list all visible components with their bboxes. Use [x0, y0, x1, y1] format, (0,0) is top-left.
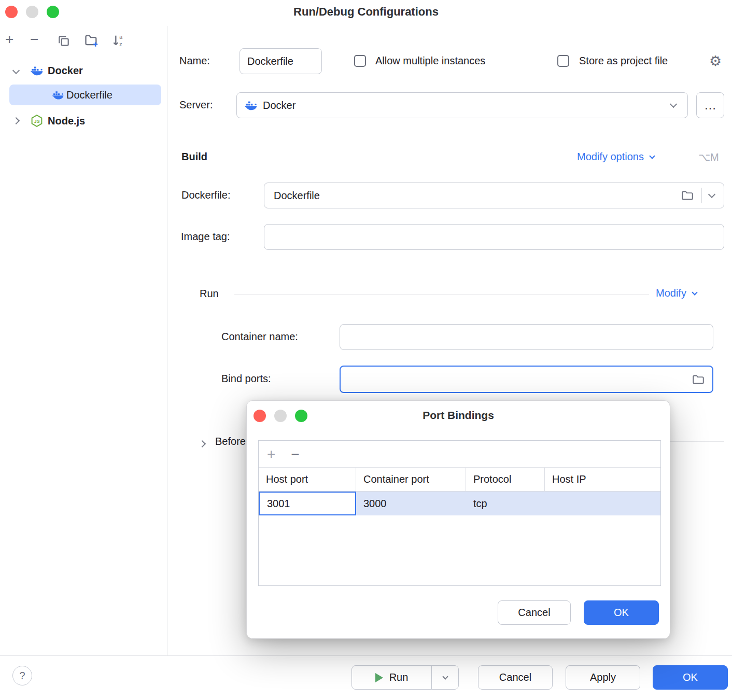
host-port-editor[interactable]: 3001 [259, 492, 356, 515]
modify-label: Modify [656, 287, 686, 299]
remove-port-button[interactable]: − [291, 447, 299, 461]
tree-item-label: Docker [48, 65, 83, 77]
name-input[interactable]: Dockerfile [240, 48, 322, 74]
svg-text:z: z [119, 41, 122, 47]
container-name-input[interactable] [340, 324, 713, 350]
modify-options-shortcut: ⌥M [698, 151, 719, 163]
docker-icon [52, 89, 64, 101]
allow-multiple-instances-checkbox[interactable] [354, 55, 366, 67]
modify-options-link[interactable]: Modify options [577, 151, 654, 163]
dialog-title: Port Bindings [247, 409, 670, 422]
container-port-cell[interactable]: 3000 [356, 492, 466, 515]
store-as-project-file-checkbox[interactable] [557, 55, 569, 67]
help-label: ? [19, 670, 25, 682]
new-folder-icon [84, 33, 98, 48]
remove-configuration-button[interactable]: − [30, 32, 38, 47]
allow-multiple-instances-label: Allow multiple instances [375, 55, 485, 67]
folder-icon[interactable] [681, 189, 694, 202]
container-name-label: Container name: [221, 331, 298, 343]
column-header-protocol: Protocol [466, 468, 545, 491]
run-debug-configurations-window: { "colors": { "accent": "#3574f0", "run_… [0, 0, 732, 700]
copy-icon [57, 34, 71, 48]
dockerfile-value: Dockerfile [272, 190, 681, 202]
copy-configuration-button[interactable] [57, 34, 71, 48]
tree-item-docker[interactable]: Docker [0, 60, 167, 81]
chevron-down-icon [649, 153, 655, 159]
bind-ports-input[interactable] [340, 366, 713, 393]
chevron-down-icon [692, 289, 697, 295]
dockerfile-input[interactable]: Dockerfile [264, 183, 724, 208]
footer-divider [0, 655, 732, 656]
modify-link[interactable]: Modify [656, 287, 697, 299]
table-row[interactable]: 3001 3000 tcp [259, 492, 660, 515]
chevron-down-icon[interactable] [708, 191, 715, 198]
server-select[interactable]: Docker [236, 92, 688, 118]
run-section-divider [234, 294, 649, 295]
server-value: Docker [263, 100, 671, 111]
tree-item-label: Dockerfile [66, 89, 112, 101]
sidebar-divider [167, 26, 167, 655]
chevron-right-icon[interactable] [200, 437, 205, 449]
protocol-cell[interactable]: tcp [466, 492, 545, 515]
sort-configurations-button[interactable]: a z [111, 33, 125, 48]
server-browse-button[interactable]: … [696, 92, 724, 118]
gear-icon[interactable]: ⚙ [709, 53, 722, 69]
table-toolbar: + − [259, 441, 660, 468]
svg-text:JS: JS [34, 119, 39, 124]
host-port-value: 3001 [267, 498, 290, 510]
chevron-down-icon [12, 67, 20, 74]
run-section-header: Run [200, 288, 219, 300]
host-ip-cell[interactable] [545, 492, 660, 515]
chevron-right-icon [12, 117, 20, 124]
port-bindings-dialog: Port Bindings + − Host port Container po… [246, 400, 670, 639]
image-tag-label: Image tag: [181, 231, 230, 243]
run-split-button[interactable]: Run [351, 665, 459, 690]
bind-ports-label: Bind ports: [221, 373, 271, 385]
nodejs-icon: JS [30, 114, 44, 128]
dockerfile-label: Dockerfile: [181, 189, 230, 201]
server-label: Server: [179, 99, 213, 111]
tree-item-nodejs[interactable]: JS Node.js [0, 110, 167, 131]
add-port-button[interactable]: + [267, 447, 275, 461]
tree-item-dockerfile[interactable]: Dockerfile [9, 85, 161, 105]
docker-icon [244, 99, 258, 112]
chevron-down-icon [670, 101, 677, 108]
apply-button[interactable]: Apply [566, 665, 640, 690]
ellipsis-label: … [704, 98, 716, 113]
column-header-host-port: Host port [259, 468, 356, 491]
ok-button[interactable]: OK [653, 665, 728, 690]
run-options-dropdown[interactable] [431, 666, 458, 689]
column-header-container-port: Container port [356, 468, 466, 491]
run-icon [375, 673, 383, 682]
svg-text:a: a [119, 34, 122, 40]
run-button-label: Run [389, 671, 409, 683]
field-divider [701, 188, 702, 203]
sort-az-icon: a z [111, 33, 125, 48]
run-button[interactable]: Run [352, 671, 431, 683]
chevron-down-icon [442, 674, 448, 679]
table-header-row: Host port Container port Protocol Host I… [259, 468, 660, 492]
image-tag-input[interactable] [264, 224, 724, 250]
folder-icon[interactable] [692, 373, 705, 386]
name-label: Name: [179, 55, 210, 67]
tree-item-label: Node.js [48, 115, 85, 127]
add-configuration-button[interactable]: + [5, 32, 13, 47]
new-folder-button[interactable] [84, 33, 98, 48]
name-value: Dockerfile [247, 55, 293, 67]
dialog-cancel-button[interactable]: Cancel [498, 600, 571, 625]
port-bindings-table: + − Host port Container port Protocol Ho… [258, 440, 661, 586]
store-as-project-file-label: Store as project file [579, 55, 668, 67]
help-button[interactable]: ? [12, 666, 32, 685]
cancel-button[interactable]: Cancel [478, 665, 553, 690]
column-header-host-ip: Host IP [545, 468, 660, 491]
dialog-ok-button[interactable]: OK [584, 600, 659, 625]
modify-options-label: Modify options [577, 151, 644, 163]
window-title: Run/Debug Configurations [0, 5, 732, 19]
docker-icon [30, 64, 44, 77]
build-section-header: Build [181, 151, 207, 163]
